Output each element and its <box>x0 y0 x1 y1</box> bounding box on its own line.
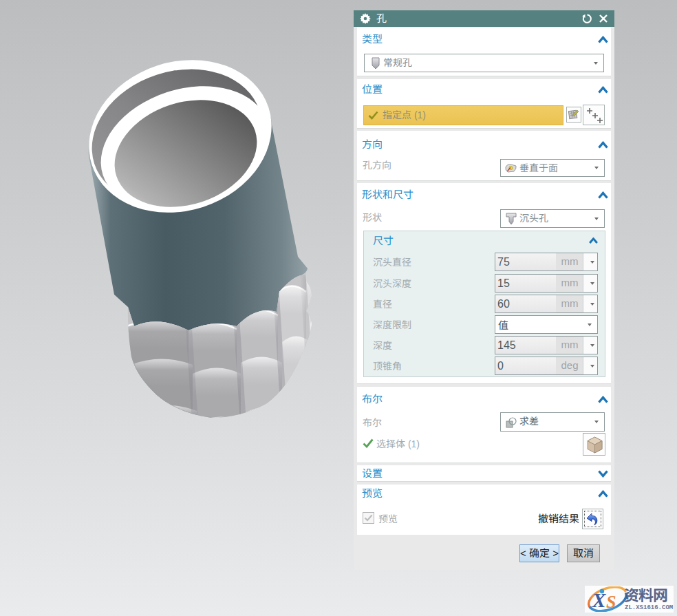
svg-text:X: X <box>592 589 606 611</box>
svg-text:S: S <box>606 592 616 612</box>
